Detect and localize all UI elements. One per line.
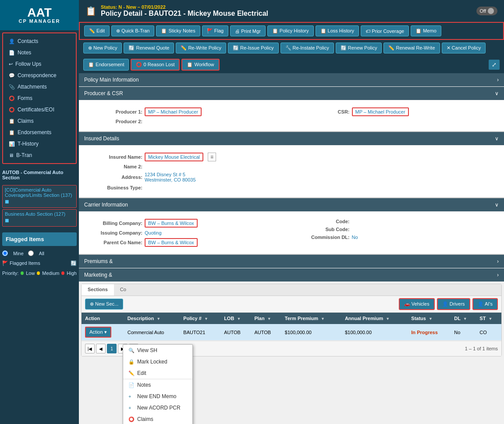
row-action[interactable]: Action ▾ — [82, 324, 124, 341]
renewal-quote-btn[interactable]: 🔄 Renewal Quote — [124, 43, 174, 53]
flag-mine-radio[interactable] — [2, 250, 8, 256]
col-term-premium: Term Premium ▼ — [281, 313, 341, 324]
table-toolbar-left: ⊕ New Sec... — [85, 299, 123, 310]
sidebar-item-label: T-History — [18, 141, 39, 147]
col-description: Description ▼ — [124, 313, 180, 324]
page-first-btn[interactable]: |◀ — [85, 344, 95, 353]
marketing-title: Marketing & — [84, 272, 112, 278]
csr-value[interactable]: MP – Michael Producer — [352, 107, 409, 116]
reissue-policy-btn[interactable]: 🔄 Re-Issue Policy — [228, 43, 278, 53]
sidebar-item-follow-ups[interactable]: ↩ Follow Ups — [5, 58, 74, 70]
page-prev-btn[interactable]: ◀ — [96, 344, 106, 353]
prior-coverage-btn[interactable]: 🏷 Prior Coverage — [361, 25, 409, 36]
flag-btn[interactable]: 🚩 Flag — [202, 25, 228, 36]
premiums-chevron: › — [497, 258, 499, 264]
sidebar-item-endorsements[interactable]: 📋 Endorsements — [5, 127, 74, 138]
toggle-label: Off — [480, 8, 486, 14]
carrier-info-chevron: ∨ — [495, 202, 499, 208]
flag-all-radio[interactable] — [28, 250, 34, 256]
insured-menu-icon[interactable]: ≡ — [208, 153, 216, 161]
ba-section-link[interactable]: Business Auto Section (127)■ — [2, 209, 77, 227]
new-sec-btn[interactable]: ⊕ New Sec... — [85, 299, 123, 310]
renewal-rewrite-btn[interactable]: ✏️ Renewal Re-Write — [383, 43, 440, 53]
sidebar-section-title: AUTOB - Commercial Auto Section — [0, 166, 79, 182]
parent-co-value[interactable]: BW – Burns & Wilcox — [145, 238, 198, 247]
carrier-info-title: Carrier Information — [84, 202, 128, 208]
toggle-button[interactable]: Off — [476, 7, 497, 15]
insured-name-value[interactable]: Mickey Mouse Electrical — [145, 153, 203, 161]
sidebar-logo: AAT CP MANAGER — [0, 0, 79, 30]
sidebar-item-label: Attachments — [18, 84, 47, 90]
renew-policy-btn[interactable]: 🔄 Renew Policy — [336, 43, 382, 53]
sidebar-item-certificates[interactable]: ⭕ Certificates/EOI — [5, 104, 74, 115]
claims-icon: 📋 — [9, 118, 15, 124]
sidebar-item-forms[interactable]: ⭕ Forms — [5, 93, 74, 104]
contacts-icon: 👤 — [9, 39, 15, 44]
edit-btn[interactable]: ✏️ Edit — [84, 25, 110, 36]
vehicles-btn[interactable]: 🚗 Vehicles — [399, 298, 435, 310]
sidebar-item-label: Notes — [18, 50, 31, 56]
name2-label: Name 2: — [85, 164, 142, 169]
marketing-section-header[interactable]: Marketing & › — [79, 268, 504, 281]
cm-new-acord-pcr-label: New ACORD PCR — [137, 405, 181, 411]
address-row: Address: 1234 Disney St # 5 Westminster,… — [85, 172, 497, 182]
refresh-icon[interactable]: 🔄 — [71, 260, 77, 266]
page-1-btn[interactable]: 1 — [107, 344, 117, 353]
sidebar-item-claims[interactable]: 📋 Claims — [5, 115, 74, 127]
workflow-btn[interactable]: 📋 Workflow — [181, 59, 219, 71]
parent-co-row: Parent Co Name: BW – Burns & Wilcox — [85, 238, 291, 247]
cm-notes[interactable]: 📄 Notes — [123, 379, 192, 391]
ais-btn[interactable]: 👤 AI's — [472, 298, 498, 310]
tab-sections[interactable]: Sections — [82, 284, 114, 296]
flag-all-label: All — [39, 251, 44, 256]
premiums-section-header[interactable]: Premiums & › — [79, 255, 504, 268]
notes-icon2: 📄 — [128, 382, 135, 388]
cm-new-acord-pcr[interactable]: + New ACORD PCR — [123, 402, 192, 413]
carrier-info-section-header[interactable]: Carrier Information ∨ — [79, 198, 504, 211]
co-section-link[interactable]: [CO]Commercial Auto Coverages/Limits Sec… — [2, 185, 77, 208]
memo-btn[interactable]: 📋 Memo — [411, 25, 441, 36]
address-line2: Westminster, CO 80035 — [145, 177, 196, 182]
cm-claims[interactable]: ⭕ Claims — [123, 413, 192, 424]
sidebar-item-notes[interactable]: 📄 Notes — [5, 47, 74, 58]
cancel-policy-btn[interactable]: ✕ Cancel Policy — [442, 43, 486, 53]
endorsement-btn[interactable]: 📋 Endorsement — [83, 59, 129, 71]
t-history-icon: 📊 — [9, 141, 15, 147]
sidebar-item-contacts[interactable]: 👤 Contacts — [5, 36, 74, 47]
producer-csr-section-header[interactable]: Producer & CSR ∨ — [79, 87, 504, 100]
sidebar-item-correspondence[interactable]: 💬 Correspondence — [5, 70, 74, 81]
sidebar-item-label: Certificates/EOI — [18, 107, 54, 113]
sidebar-item-attachments[interactable]: 📎 Attachments — [5, 81, 74, 93]
sidebar-item-b-tran[interactable]: 🖥 B-Tran — [5, 150, 74, 161]
action-dropdown-btn[interactable]: Action ▾ — [85, 327, 111, 338]
cm-view-sh[interactable]: 🔍 View SH — [123, 345, 192, 356]
cm-mark-locked[interactable]: 🔒 Mark Locked — [123, 356, 192, 367]
marketing-chevron: › — [497, 272, 499, 278]
row-policy-num: BAUTO21 — [180, 324, 220, 341]
cm-new-end-memo[interactable]: + New END Memo — [123, 391, 192, 402]
commission-dl-label: Commission DL: — [293, 235, 350, 240]
producer1-value[interactable]: MP – Michael Producer — [145, 107, 202, 116]
code-label: Code: — [293, 219, 350, 224]
insured-details-section-header[interactable]: Insured Details ∨ — [79, 132, 504, 145]
drivers-btn[interactable]: 👤 Drivers — [437, 298, 470, 310]
reinstate-policy-btn[interactable]: 🔧 Re-Instate Policy — [280, 43, 334, 53]
topbar: 📋 Status: N - New – 07/01/2022 Policy De… — [79, 0, 504, 22]
correspondence-icon: 💬 — [9, 73, 15, 78]
policy-history-btn[interactable]: 📋 Policy History — [267, 25, 314, 36]
sidebar-item-t-history[interactable]: 📊 T-History — [5, 138, 74, 150]
print-mgr-btn[interactable]: 🖨 Print Mgr — [230, 25, 266, 36]
rewrite-policy-btn[interactable]: ✏️ Re-Write Policy — [176, 43, 226, 53]
cm-edit[interactable]: ✏️ Edit — [123, 367, 192, 379]
quick-btran-btn[interactable]: ⊕ Quick B-Tran — [111, 25, 154, 36]
loss-history-btn[interactable]: 📋 Loss History — [316, 25, 359, 36]
tab-co[interactable]: Co — [114, 284, 132, 296]
btn-bar-3: 📋 Endorsement ⭕ 0 Reason Lost 📋 Workflow… — [79, 56, 504, 73]
sticky-notes-btn[interactable]: 📋 Sticky Notes — [156, 25, 200, 36]
expand-btn[interactable]: ⤢ — [489, 60, 500, 70]
new-policy-btn[interactable]: ⊕ New Policy — [83, 43, 122, 53]
reason-lost-btn[interactable]: ⭕ 0 Reason Lost — [131, 59, 180, 71]
billing-company-value[interactable]: BW – Burns & Wilcox — [145, 219, 198, 228]
col-plan: Plan ▼ — [251, 313, 281, 324]
policy-main-section-header[interactable]: Policy Main Information › — [79, 73, 504, 86]
